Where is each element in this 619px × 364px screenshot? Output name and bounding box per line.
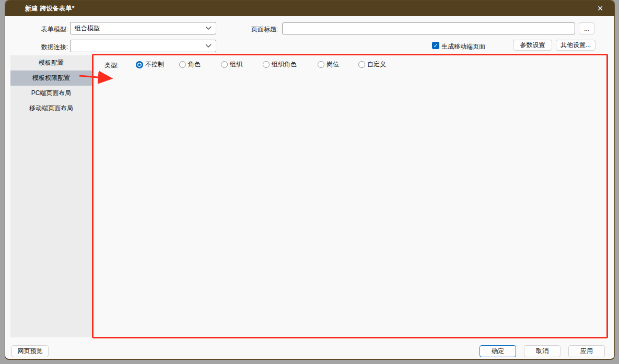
window-title: 新建 跨设备表单* <box>25 4 75 13</box>
sidebar-item-template-permission-config[interactable]: 模板权限配置 <box>10 71 92 86</box>
apply-button[interactable]: 应用 <box>568 345 605 357</box>
cancel-button[interactable]: 取消 <box>524 345 560 357</box>
form-model-label: 表单模型: <box>25 25 68 34</box>
radio-icon <box>263 61 270 68</box>
radio-option-org-role[interactable]: 组织角色 <box>263 60 297 69</box>
title-bar: 新建 跨设备表单* <box>5 1 614 16</box>
ok-button[interactable]: 确定 <box>480 345 516 357</box>
sidebar: 模板配置 模板权限配置 PC端页面布局 移动端页面布局 <box>10 55 92 337</box>
radio-icon <box>179 61 186 68</box>
form-model-select[interactable]: 组合模型 <box>70 22 216 34</box>
data-connection-label: 数据连接: <box>25 43 68 52</box>
param-settings-button[interactable]: 参数设置 <box>513 40 552 51</box>
other-settings-button[interactable]: 其他设置... <box>556 40 595 51</box>
page-title-label: 页面标题: <box>249 25 278 34</box>
radio-label: 不控制 <box>145 60 164 69</box>
data-connection-select[interactable] <box>70 40 216 52</box>
radio-label: 岗位 <box>326 60 339 69</box>
radio-option-role[interactable]: 角色 <box>179 60 201 69</box>
radio-option-organization[interactable]: 组织 <box>221 60 242 69</box>
type-label: 类型: <box>104 61 119 70</box>
web-preview-button[interactable]: 网页预览 <box>11 345 49 357</box>
generate-mobile-checkbox[interactable]: ✓ <box>432 42 439 49</box>
radio-icon <box>358 61 365 68</box>
radio-label: 组织角色 <box>272 60 297 69</box>
radio-option-position[interactable]: 岗位 <box>318 60 339 69</box>
radio-label: 自定义 <box>367 60 386 69</box>
chevron-down-icon <box>205 26 212 30</box>
chevron-down-icon <box>205 44 212 48</box>
radio-selected-icon <box>136 61 143 68</box>
browse-button[interactable]: ... <box>579 22 594 34</box>
page-title-input[interactable] <box>282 22 575 34</box>
radio-option-no-control[interactable]: 不控制 <box>136 60 164 69</box>
dialog-window: 新建 跨设备表单* × 表单模型: 组合模型 页面标题: ... 数据连接: ✓… <box>5 0 615 360</box>
close-icon[interactable]: × <box>590 1 610 16</box>
annotation-rectangle <box>92 54 608 338</box>
sidebar-item-pc-page-layout[interactable]: PC端页面布局 <box>10 86 92 101</box>
radio-label: 角色 <box>188 60 201 69</box>
radio-icon <box>221 61 228 68</box>
radio-icon <box>318 61 324 68</box>
sidebar-item-mobile-page-layout[interactable]: 移动端页面布局 <box>10 101 92 116</box>
radio-label: 组织 <box>230 60 242 69</box>
radio-option-custom[interactable]: 自定义 <box>358 60 386 69</box>
generate-mobile-label: 生成移动端页面 <box>441 42 485 51</box>
sidebar-item-template-config[interactable]: 模板配置 <box>10 55 92 71</box>
form-model-value: 组合模型 <box>75 24 100 33</box>
